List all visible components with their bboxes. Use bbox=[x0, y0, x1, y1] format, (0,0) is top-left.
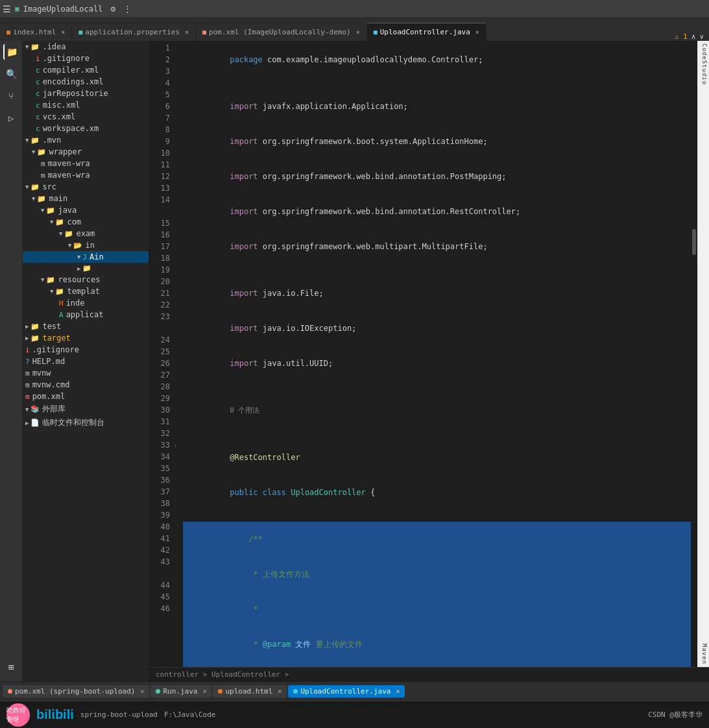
code-line-1: package com.example.imageuploadlocallyde… bbox=[183, 42, 691, 77]
run-dot bbox=[156, 689, 160, 694]
sidebar-item-in[interactable]: ▼ 📂 in bbox=[23, 239, 149, 251]
sidebar-item-inde[interactable]: H inde bbox=[23, 297, 149, 309]
sidebar-item-tmpfiles[interactable]: ▶ 📄 临时文件和控制台 bbox=[23, 416, 149, 430]
collapse-icon[interactable]: ∨ bbox=[699, 32, 704, 41]
sidebar-item-fold2[interactable]: ▶ 📁 bbox=[23, 263, 149, 274]
tab-app-props[interactable]: ■ application.properties × bbox=[72, 23, 196, 41]
editor-content: 12345 678910 11121314 1516171819 2021222… bbox=[149, 41, 709, 667]
more-icon[interactable]: ⋮ bbox=[123, 4, 132, 14]
sidebar-label-vcs: vcs.xml bbox=[43, 112, 76, 121]
sidebar-item-selected[interactable]: ▼ J Ain bbox=[23, 251, 149, 263]
sidebar-label-compiler: compiler.xml bbox=[43, 66, 99, 75]
avatar-text: 吃炸排骨呀 bbox=[6, 706, 30, 724]
sidebar-label-gitignore2: .gitignore bbox=[32, 345, 79, 354]
tabs-bar: ■ index.html × ■ application.properties … bbox=[0, 18, 709, 41]
sidebar-item-gitignore1[interactable]: i .gitignore bbox=[23, 53, 149, 64]
line-numbers: 12345 678910 11121314 1516171819 2021222… bbox=[149, 41, 175, 667]
sidebar-item-mvnwcmd[interactable]: m mvnw.cmd bbox=[23, 379, 149, 391]
sidebar-item-misc[interactable]: c misc.xml bbox=[23, 99, 149, 111]
bottom-tab-pom-close[interactable]: × bbox=[140, 688, 144, 695]
sidebar-item-jar[interactable]: c jarRepositorie bbox=[23, 88, 149, 99]
explorer-icon[interactable]: 📁 bbox=[3, 44, 19, 60]
sidebar-item-templat[interactable]: ▼ 📁 templat bbox=[23, 285, 149, 297]
sidebar-label-test: test bbox=[42, 322, 61, 331]
tab-pom[interactable]: ■ pom.xml (ImageUploadLocally-demo) × bbox=[196, 23, 367, 41]
main-area: 📁 🔍 ⑂ ▷ ⊞ ▼ 📁 .idea i .gitignore c compi… bbox=[0, 41, 709, 681]
sidebar-item-compiler[interactable]: c compiler.xml bbox=[23, 64, 149, 76]
sidebar-item-pomxml[interactable]: m pom.xml bbox=[23, 391, 149, 402]
sidebar-item-resources[interactable]: ▼ 📁 resources bbox=[23, 274, 149, 285]
bottom-tab-upload[interactable]: upload.html × bbox=[213, 685, 287, 698]
git-icon[interactable]: ⑂ bbox=[3, 88, 19, 104]
vertical-scrollbar[interactable] bbox=[691, 41, 697, 667]
sidebar-label-applicat: applicat bbox=[66, 310, 104, 319]
tab-index-label: index.html bbox=[13, 28, 56, 36]
sidebar-label-exam: exam bbox=[76, 229, 95, 238]
sidebar-item-wrapper[interactable]: ▼ 📁 wrapper bbox=[23, 146, 149, 158]
sidebar-item-encodings[interactable]: c encodings.xml bbox=[23, 76, 149, 88]
sidebar-item-maven2[interactable]: m maven-wra bbox=[23, 169, 149, 181]
tab-pom-close[interactable]: × bbox=[356, 29, 360, 36]
extensions-icon[interactable]: ⊞ bbox=[3, 659, 19, 675]
tab-app-props-close[interactable]: × bbox=[185, 29, 189, 36]
scrollbar-thumb[interactable] bbox=[692, 229, 696, 255]
sidebar-item-mvnw[interactable]: m mvnw bbox=[23, 367, 149, 379]
code-line-16: /** bbox=[183, 522, 691, 557]
sidebar: ▼ 📁 .idea i .gitignore c compiler.xml c … bbox=[23, 41, 149, 681]
code-area[interactable]: package com.example.imageuploadlocallyde… bbox=[175, 41, 691, 667]
sidebar-item-helpmd[interactable]: ? HELP.md bbox=[23, 356, 149, 367]
sidebar-item-idea[interactable]: ▼ 📁 .idea bbox=[23, 41, 149, 53]
settings-icon[interactable]: ⚙ bbox=[110, 4, 115, 14]
code-line-7: import org.springframework.web.multipart… bbox=[183, 229, 691, 264]
bottom-tab-controller[interactable]: UploadController.java × bbox=[288, 685, 405, 698]
code-line-3: import javafx.application.Application; bbox=[183, 89, 691, 124]
code-line-4: import org.springframework.boot.system.A… bbox=[183, 124, 691, 159]
tab-index-close[interactable]: × bbox=[61, 29, 65, 36]
sidebar-item-maven1[interactable]: m maven-wra bbox=[23, 158, 149, 169]
tab-index[interactable]: ■ index.html × bbox=[0, 23, 72, 41]
sidebar-label-templat: templat bbox=[67, 287, 100, 296]
sidebar-item-target[interactable]: ▶ 📁 target bbox=[23, 332, 149, 344]
bottom-tab-run[interactable]: Run.java × bbox=[150, 685, 211, 698]
sidebar-label-selected: Ain bbox=[90, 252, 104, 261]
code-line-17: * 上传文件方法 bbox=[183, 557, 691, 592]
sidebar-item-test[interactable]: ▶ 📁 test bbox=[23, 321, 149, 332]
sidebar-item-src[interactable]: ▼ 📁 src bbox=[23, 181, 149, 193]
bottom-tab-controller-close[interactable]: × bbox=[396, 688, 400, 695]
tab-app-props-label: application.properties bbox=[85, 28, 180, 36]
bottom-tab-upload-label: upload.html bbox=[225, 687, 272, 696]
code-line-9: import java.io.File; bbox=[183, 276, 691, 311]
sidebar-label-inde: inde bbox=[66, 298, 85, 308]
sidebar-label-extlib: 外部库 bbox=[42, 404, 66, 415]
bottom-tab-upload-close[interactable]: × bbox=[278, 688, 282, 695]
sidebar-label-mvn: .mvn bbox=[42, 136, 61, 145]
right-panel: CodeStudio Maven bbox=[697, 41, 709, 667]
sidebar-item-exam[interactable]: ▼ 📁 exam bbox=[23, 228, 149, 239]
breadcrumb-path: controller > UploadController > bbox=[156, 670, 289, 679]
sidebar-item-vcs[interactable]: c vcs.xml bbox=[23, 111, 149, 123]
sidebar-item-applicat[interactable]: A applicat bbox=[23, 309, 149, 321]
search-icon[interactable]: 🔍 bbox=[3, 66, 19, 82]
sidebar-label-maven2: maven-wra bbox=[48, 171, 90, 180]
sidebar-label-src: src bbox=[42, 182, 56, 191]
sidebar-item-extlib[interactable]: ▼ 📚 外部库 bbox=[23, 402, 149, 416]
bottom-tab-controller-label: UploadController.java bbox=[300, 687, 391, 696]
sidebar-label-jar: jarRepositorie bbox=[43, 89, 108, 98]
tab-upload-ctrl-close[interactable]: × bbox=[475, 29, 479, 36]
sidebar-item-com[interactable]: ▼ 📁 com bbox=[23, 216, 149, 228]
top-toolbar: ☰ ▣ ImageUploadLocall ⚙ ⋮ bbox=[0, 0, 709, 18]
sidebar-item-java[interactable]: ▼ 📁 java bbox=[23, 204, 149, 216]
sidebar-item-mvn[interactable]: ▼ 📁 .mvn bbox=[23, 134, 149, 146]
sidebar-item-workspace[interactable]: c workspace.xm bbox=[23, 123, 149, 134]
debug-icon[interactable]: ▷ bbox=[3, 110, 19, 126]
sidebar-label-gitignore1: .gitignore bbox=[43, 54, 90, 63]
tab-upload-ctrl[interactable]: ■ UploadController.java × bbox=[367, 23, 487, 41]
sidebar-item-main[interactable]: ▼ 📁 main bbox=[23, 193, 149, 204]
sidebar-item-gitignore2[interactable]: i .gitignore bbox=[23, 344, 149, 356]
sidebar-label-maven1: maven-wra bbox=[48, 159, 90, 168]
expand-icon[interactable]: ∧ bbox=[691, 32, 696, 41]
bottom-tab-pom[interactable]: pom.xml (spring-boot-upload) × bbox=[3, 685, 149, 698]
code-line-14-class: public class UploadController { bbox=[183, 475, 691, 510]
menu-icon[interactable]: ☰ bbox=[3, 4, 11, 14]
bottom-tab-run-close[interactable]: × bbox=[202, 688, 206, 695]
